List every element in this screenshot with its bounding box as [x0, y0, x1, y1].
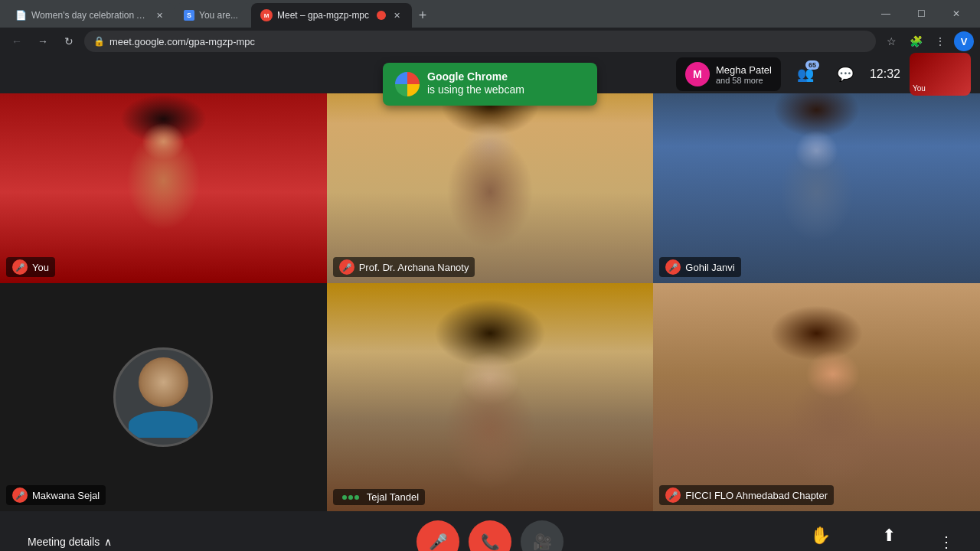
url-text: meet.google.com/gpa-mgzp-mpc [109, 36, 867, 47]
browser-chrome: 📄 Women's day celebration An... ✕ S You … [0, 0, 980, 55]
present-now-icon: ⬆ [877, 523, 901, 548]
tab-2-icon: S [184, 10, 194, 21]
raise-hand-button[interactable]: ✋ Raise hand [792, 517, 848, 551]
tab-1-label: Women's day celebration An... [31, 10, 149, 21]
browser-titlebar: 📄 Women's day celebration An... ✕ S You … [0, 0, 980, 28]
more-options-button[interactable]: ⋮ [931, 527, 962, 551]
tab-3-icon: M [260, 9, 273, 21]
tab-1-close[interactable]: ✕ [153, 9, 165, 21]
notification-text: Google Chrome is using the webcam [427, 70, 524, 98]
name-gohil: Gohil Janvi [685, 262, 734, 273]
mute-icon: 🎤 [429, 533, 448, 551]
participant-info-bar: M Megha Patel and 58 more [676, 57, 781, 91]
chrome-logo [395, 72, 420, 96]
minimize-button[interactable]: — [868, 2, 903, 26]
browser-toolbar: ← → ↻ 🔒 meet.google.com/gpa-mgzp-mpc ☆ 🧩… [0, 28, 980, 55]
refresh-button[interactable]: ↻ [58, 31, 80, 52]
makwana-avatar-container [113, 347, 213, 447]
meeting-details-label: Meeting details [28, 536, 100, 548]
mute-icon-archana: 🎤 [339, 259, 354, 275]
video-grid: 🎤 You 🎤 Prof. Dr. Archana Nanoty 🎤 Gohil… [0, 55, 980, 511]
video-cell-ficci: 🎤 FICCI FLO Ahmedabad Chapter [653, 283, 980, 511]
address-bar[interactable]: 🔒 meet.google.com/gpa-mgzp-mpc [84, 31, 876, 52]
tab-1[interactable]: 📄 Women's day celebration An... ✕ [6, 3, 175, 28]
notif-title: Google Chrome [427, 70, 524, 83]
label-makwana: 🎤 Makwana Sejal [6, 485, 106, 505]
meet-clock: 12:32 [870, 67, 900, 81]
tab-2-label: You are... [199, 10, 238, 21]
self-view-thumbnail: You [910, 53, 971, 96]
tab-3-close[interactable]: ✕ [390, 9, 403, 21]
mute-icon-gohil: 🎤 [665, 259, 681, 275]
chat-button[interactable]: 💬 [830, 59, 861, 90]
tab-3-label: Meet – gpa-mgzp-mpc [277, 10, 369, 21]
name-ficci: FICCI FLO Ahmedabad Chapter [685, 490, 828, 501]
participant-name-block: Megha Patel and 58 more [716, 64, 772, 85]
lock-icon: 🔒 [93, 36, 105, 47]
name-makwana: Makwana Sejal [32, 490, 100, 501]
menu-button[interactable]: ⋮ [929, 31, 951, 52]
notif-body: is using the webcam [427, 83, 524, 98]
label-ficci: 🎤 FICCI FLO Ahmedabad Chapter [659, 485, 834, 505]
chrome-webcam-notification: Google Chrome is using the webcam [383, 63, 597, 106]
maximize-button[interactable]: ☐ [903, 2, 939, 26]
new-tab-button[interactable]: + [412, 5, 433, 26]
participant-count-badge: 65 [805, 60, 819, 70]
name-archana: Prof. Dr. Archana Nanoty [359, 262, 469, 273]
tab-1-icon: 📄 [15, 10, 27, 21]
name-you: You [32, 262, 49, 273]
raise-hand-icon: ✋ [808, 523, 832, 548]
profile-avatar[interactable]: V [954, 31, 974, 51]
extensions-button[interactable]: 🧩 [905, 31, 926, 52]
participant-megha-avatar: M [685, 62, 710, 86]
present-now-button[interactable]: ⬆ Present now [860, 517, 919, 551]
bookmark-button[interactable]: ☆ [880, 31, 902, 52]
meeting-details-chevron-icon: ∧ [104, 536, 112, 548]
meeting-details-button[interactable]: Meeting details ∧ [18, 530, 121, 551]
label-you: 🎤 You [6, 257, 55, 277]
tab-3-meet[interactable]: M Meet – gpa-mgzp-mpc ✕ [251, 3, 412, 28]
label-tejal: Tejal Tandel [333, 489, 425, 505]
controls-center: 🎤 📞 🎥 [416, 520, 564, 551]
back-button[interactable]: ← [6, 31, 28, 52]
label-gohil: 🎤 Gohil Janvi [659, 257, 740, 277]
talking-indicator-tejal [339, 494, 362, 501]
meet-container: Google Chrome is using the webcam M Megh… [0, 55, 980, 551]
more-options-icon: ⋮ [939, 533, 954, 551]
window-controls: — ☐ ✕ [868, 2, 974, 26]
label-archana: 🎤 Prof. Dr. Archana Nanoty [333, 257, 475, 277]
toolbar-icons: ☆ 🧩 ⋮ V [880, 31, 974, 52]
participants-button[interactable]: 👥 65 [790, 59, 821, 90]
video-cell-tejal: Tejal Tandel [327, 283, 654, 511]
meet-controls-bar: Meeting details ∧ 🎤 📞 🎥 ✋ Raise hand ⬆ P… [0, 511, 980, 551]
self-view-label: You [913, 84, 926, 93]
mute-icon-ficci: 🎤 [665, 487, 681, 503]
close-button[interactable]: ✕ [939, 2, 974, 26]
makwana-avatar-circle [113, 347, 213, 447]
participant-extra-count: and 58 more [716, 76, 772, 85]
name-tejal: Tejal Tandel [367, 491, 419, 503]
camera-button[interactable]: 🎥 [521, 520, 564, 551]
mute-icon-you: 🎤 [12, 259, 28, 275]
leave-button[interactable]: 📞 [469, 520, 511, 551]
camera-icon: 🎥 [533, 533, 552, 551]
mute-button[interactable]: 🎤 [416, 520, 459, 551]
mute-icon-makwana: 🎤 [12, 487, 28, 503]
tab-2[interactable]: S You are... [175, 3, 251, 28]
controls-left: Meeting details ∧ [18, 530, 121, 551]
chat-icon: 💬 [837, 66, 854, 83]
controls-right: ✋ Raise hand ⬆ Present now ⋮ [792, 517, 962, 551]
participant-main-name: Megha Patel [716, 64, 772, 76]
video-cell-makwana: 🎤 Makwana Sejal [0, 283, 327, 511]
tab-bar: 📄 Women's day celebration An... ✕ S You … [6, 0, 865, 28]
leave-icon: 📞 [481, 533, 500, 551]
forward-button[interactable]: → [32, 31, 54, 52]
